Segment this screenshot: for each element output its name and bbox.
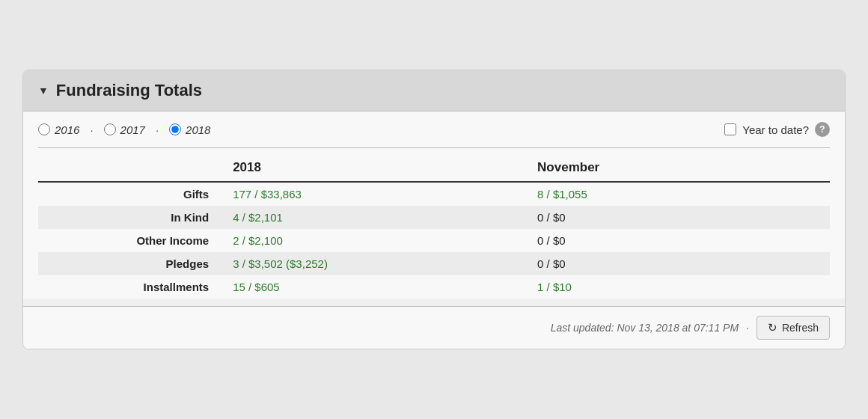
widget-header: ▼ Fundraising Totals	[23, 70, 845, 111]
row-month-val: 1 / $10	[525, 275, 830, 299]
year-radio-2018[interactable]	[169, 123, 181, 135]
table-row: Installments15 / $6051 / $10	[38, 275, 830, 299]
header-divider	[38, 147, 830, 148]
widget-body: 2016 · 2017 · 2018 Year to date? ?	[23, 111, 845, 299]
row-month-val: 8 / $1,055	[525, 182, 830, 206]
row-year-val: 15 / $605	[221, 275, 525, 299]
refresh-icon: ↻	[768, 321, 777, 334]
refresh-button[interactable]: ↻ Refresh	[757, 316, 830, 340]
row-label: Gifts	[38, 182, 221, 206]
row-label: Pledges	[38, 252, 221, 275]
collapse-icon[interactable]: ▼	[38, 85, 49, 97]
row-label: Installments	[38, 275, 221, 299]
ytd-checkbox[interactable]	[724, 123, 736, 135]
year-label-2017: 2017	[120, 123, 145, 136]
row-year-val: 2 / $2,100	[221, 229, 525, 252]
year-option-2018[interactable]: 2018	[169, 123, 210, 136]
year-radio-2016[interactable]	[38, 123, 50, 135]
refresh-label: Refresh	[782, 322, 819, 334]
row-month-val: 0 / $0	[525, 252, 830, 275]
year-label-2016: 2016	[55, 123, 79, 136]
col-month-header: November	[525, 154, 830, 182]
widget-title: Fundraising Totals	[56, 81, 202, 100]
year-selector: 2016 · 2017 · 2018 Year to date? ?	[38, 122, 830, 137]
year-option-2017[interactable]: 2017	[104, 123, 145, 136]
table-row: In Kind4 / $2,1010 / $0	[38, 206, 830, 229]
dot-sep-2: ·	[156, 123, 159, 136]
row-year-val: 4 / $2,101	[221, 206, 525, 229]
year-radio-2017[interactable]	[104, 123, 116, 135]
footer-separator: ·	[746, 322, 749, 334]
last-updated-text: Last updated: Nov 13, 2018 at 07:11 PM	[551, 322, 739, 334]
row-label: In Kind	[38, 206, 221, 229]
data-table: 2018 November Gifts177 / $33,8638 / $1,0…	[38, 154, 830, 299]
row-month-val: 0 / $0	[525, 229, 830, 252]
fundraising-totals-widget: ▼ Fundraising Totals 2016 · 2017 · 2018 …	[22, 70, 846, 349]
year-option-2016[interactable]: 2016	[38, 123, 79, 136]
col-label-header	[38, 154, 221, 182]
row-year-val: 3 / $3,502 ($3,252)	[221, 252, 525, 275]
dot-sep-1: ·	[90, 123, 93, 136]
help-icon[interactable]: ?	[815, 122, 830, 137]
table-row: Gifts177 / $33,8638 / $1,055	[38, 182, 830, 206]
col-year-header: 2018	[221, 154, 525, 182]
year-label-2018: 2018	[186, 123, 210, 136]
footer: Last updated: Nov 13, 2018 at 07:11 PM ·…	[23, 306, 845, 349]
table-row: Other Income2 / $2,1000 / $0	[38, 229, 830, 252]
row-year-val: 177 / $33,863	[221, 182, 525, 206]
table-header-row: 2018 November	[38, 154, 830, 182]
table-row: Pledges3 / $3,502 ($3,252)0 / $0	[38, 252, 830, 275]
ytd-section: Year to date? ?	[724, 122, 830, 137]
ytd-label: Year to date?	[742, 123, 809, 136]
row-month-val: 0 / $0	[525, 206, 830, 229]
row-label: Other Income	[38, 229, 221, 252]
